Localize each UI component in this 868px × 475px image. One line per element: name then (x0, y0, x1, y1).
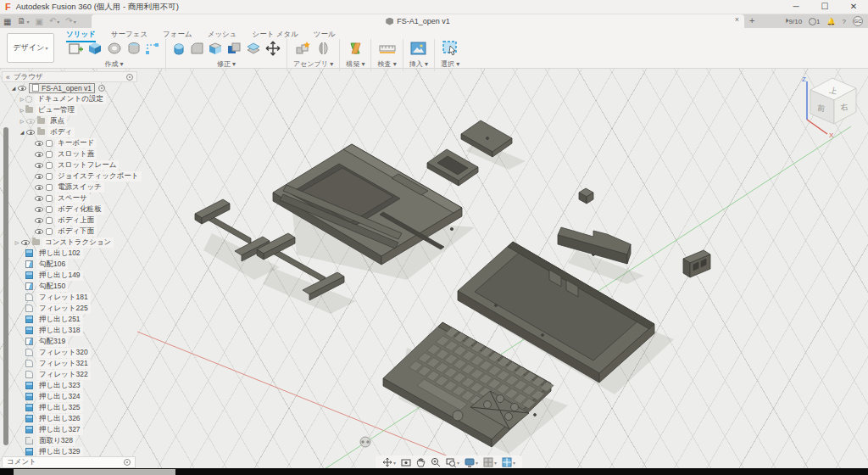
browser-item-origin[interactable]: ▷ 原点 (10, 115, 137, 126)
look-at-icon[interactable] (401, 458, 411, 467)
group-label-assemble[interactable]: アセンブリ ▾ (293, 59, 333, 69)
browser-item-bodies-folder[interactable]: ◢ ボディ (10, 126, 137, 137)
expand-icon[interactable]: ◢ (19, 129, 25, 135)
feature-row[interactable]: 押し出し251 (10, 314, 137, 325)
pan-hand-icon[interactable] (416, 457, 426, 467)
visibility-eye-icon[interactable] (35, 185, 43, 190)
browser-item-construction[interactable]: ▷ コンストラクション (10, 237, 137, 248)
feature-row[interactable]: フィレット320 (10, 347, 137, 358)
part-slot-frame[interactable] (427, 149, 478, 186)
close-button[interactable]: ✕ (839, 0, 868, 14)
undo-icon[interactable]: ↶▾ (49, 14, 59, 29)
group-label-insert[interactable]: 挿入 ▾ (409, 59, 428, 69)
shell-icon[interactable] (209, 42, 223, 55)
expand-icon[interactable]: ▷ (19, 96, 25, 102)
measure-icon[interactable] (379, 42, 396, 54)
new-component-icon[interactable] (295, 41, 311, 56)
feature-row[interactable]: 押し出し327 (10, 424, 137, 435)
viewcube-cube[interactable] (810, 78, 856, 124)
activate-component-radio[interactable] (98, 85, 105, 92)
combine-icon[interactable] (227, 42, 242, 56)
move-copy-icon[interactable] (265, 41, 281, 56)
feature-row[interactable]: フィレット322 (10, 369, 137, 380)
document-tab[interactable]: FS-A1_open v1 × (92, 14, 744, 28)
insert-canvas-icon[interactable] (410, 42, 426, 55)
browser-body-row[interactable]: 電源スイッチ (10, 182, 137, 193)
browser-body-row[interactable]: キーボード (10, 137, 137, 148)
visibility-eye-icon[interactable] (35, 229, 43, 234)
maximize-button[interactable]: ☐ (810, 0, 839, 14)
file-menu-icon[interactable]: 🗎▾ (17, 14, 29, 29)
group-label-select[interactable]: 選択 ▾ (441, 59, 459, 69)
avatar[interactable]: GC (853, 16, 863, 26)
extrude-icon[interactable] (87, 41, 103, 56)
browser-item-document-settings[interactable]: ▷ ドキュメントの設定 (10, 93, 137, 104)
visibility-eye-icon[interactable] (35, 196, 43, 201)
visibility-eye-icon[interactable] (26, 119, 35, 124)
visibility-eye-icon[interactable] (35, 207, 43, 212)
comment-options-icon[interactable] (124, 459, 131, 466)
visibility-eye-icon[interactable] (35, 174, 43, 179)
expand-icon[interactable]: ▷ (19, 107, 25, 113)
notification-center[interactable]: 1 (809, 18, 820, 25)
redo-icon[interactable]: ↷▾ (65, 14, 75, 29)
feature-row[interactable]: フィレット181 (10, 292, 137, 303)
browser-header[interactable]: « ブラウザ (2, 71, 137, 82)
browser-item-view-management[interactable]: ▷ ビュー管理 (10, 104, 137, 115)
fillet-icon[interactable] (190, 42, 204, 55)
browser-body-row[interactable]: ボディ上面 (10, 215, 137, 226)
bell-icon[interactable]: 🔔 (827, 18, 836, 25)
viewports-icon[interactable]: ▾ (502, 457, 515, 467)
help-icon[interactable]: ? (843, 18, 846, 25)
orbit-icon[interactable]: ▾ (382, 457, 396, 467)
visibility-eye-icon[interactable] (35, 218, 43, 223)
browser-body-row[interactable]: ボディ下面 (10, 226, 137, 237)
display-settings-icon[interactable]: ▾ (465, 458, 478, 467)
browser-body-row[interactable]: スロット蓋 (10, 148, 137, 159)
visibility-eye-icon[interactable] (21, 240, 30, 245)
job-status-indicator[interactable]: ⏵ 9/10 (786, 17, 803, 25)
feature-row[interactable]: 押し出し326 (10, 413, 137, 424)
feature-row[interactable]: 押し出し318 (10, 325, 137, 336)
browser-root-row[interactable]: ◢ FS-A1_open v1 (10, 82, 137, 93)
feature-row[interactable]: 面取り328 (10, 435, 137, 446)
split-body-icon[interactable] (246, 42, 261, 55)
sweep-icon[interactable] (126, 42, 142, 55)
construction-line-icon[interactable] (146, 42, 159, 55)
feature-row[interactable]: 押し出し149 (10, 270, 137, 281)
joint-icon[interactable] (315, 41, 331, 56)
visibility-eye-icon[interactable] (35, 152, 43, 157)
display-filter-icon[interactable] (126, 74, 133, 81)
viewcube[interactable]: Z X 上 前 右 (788, 71, 868, 139)
feature-row[interactable]: 押し出し102 (10, 248, 137, 259)
browser-body-row[interactable]: ジョイスティックポート (10, 170, 137, 182)
feature-row[interactable]: フィレット321 (10, 358, 137, 369)
zoom-icon[interactable] (431, 457, 441, 467)
visibility-eye-icon[interactable] (35, 141, 43, 146)
save-icon[interactable]: ▣ (35, 15, 42, 28)
app-menu-icon[interactable]: ▦ (3, 15, 11, 28)
select-icon[interactable] (442, 41, 459, 56)
browser-body-row[interactable]: ボディ化粧板 (10, 204, 137, 215)
expand-icon[interactable]: ▷ (19, 118, 25, 124)
grid-settings-icon[interactable]: ▾ (483, 457, 497, 467)
origin-marker[interactable] (360, 437, 370, 447)
expand-icon[interactable]: ▷ (14, 239, 20, 245)
part-connector-bracket[interactable] (683, 250, 710, 277)
feature-row[interactable]: 押し出し323 (10, 380, 137, 391)
browser-scrollbar[interactable] (3, 127, 8, 445)
visibility-eye-icon[interactable] (26, 130, 35, 135)
tab-close-icon[interactable]: × (735, 15, 739, 24)
visibility-eye-icon[interactable] (35, 163, 43, 168)
browser-body-row[interactable]: スロットフレーム (10, 159, 137, 170)
visibility-eye-icon[interactable] (18, 86, 26, 91)
press-pull-icon[interactable] (172, 42, 186, 56)
workspace-selector[interactable]: デザイン▾ (7, 33, 54, 63)
feature-row[interactable]: フィレット225 (10, 303, 137, 314)
group-label-inspect[interactable]: 検査 ▾ (377, 59, 396, 69)
group-label-modify[interactable]: 修正 ▾ (217, 59, 236, 69)
part-power-switch[interactable] (579, 188, 593, 204)
create-sketch-icon[interactable] (69, 42, 83, 56)
revolve-icon[interactable] (107, 42, 122, 55)
expand-icon[interactable]: ◢ (10, 85, 17, 91)
